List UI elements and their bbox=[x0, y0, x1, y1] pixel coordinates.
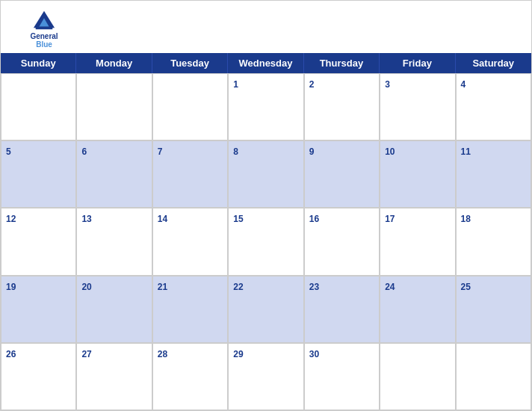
calendar-cell bbox=[380, 343, 455, 410]
calendar-cell: 27 bbox=[76, 343, 152, 410]
calendar-cell: 12 bbox=[1, 208, 76, 275]
calendar-cell: 15 bbox=[228, 208, 303, 275]
calendar-cell bbox=[1, 73, 76, 140]
logo-icon bbox=[30, 8, 58, 32]
calendar-cell: 14 bbox=[152, 208, 228, 275]
date-number: 29 bbox=[233, 349, 243, 359]
calendar-cell: 13 bbox=[76, 208, 152, 275]
date-number: 15 bbox=[233, 214, 243, 224]
calendar-cell: 8 bbox=[228, 140, 303, 208]
calendar-cell bbox=[152, 73, 228, 140]
date-number: 9 bbox=[309, 146, 315, 157]
date-number: 6 bbox=[81, 146, 87, 157]
calendar-cell: 22 bbox=[228, 276, 303, 343]
date-number: 14 bbox=[158, 214, 167, 224]
calendar-cell: 18 bbox=[456, 208, 531, 275]
calendar-cell: 17 bbox=[380, 208, 455, 275]
date-number: 4 bbox=[461, 79, 466, 90]
date-number: 30 bbox=[309, 349, 319, 359]
day-header-tuesday: Tuesday bbox=[152, 53, 228, 73]
date-number: 27 bbox=[81, 349, 91, 359]
date-number: 17 bbox=[385, 214, 395, 224]
calendar-week-1: 567891011 bbox=[1, 140, 531, 208]
calendar-cell bbox=[456, 343, 531, 410]
calendar-cell: 10 bbox=[380, 140, 455, 208]
calendar-cell: 21 bbox=[152, 276, 228, 343]
days-header: SundayMondayTuesdayWednesdayThursdayFrid… bbox=[1, 53, 531, 73]
calendar-cell: 23 bbox=[304, 276, 380, 343]
date-number: 12 bbox=[6, 214, 16, 224]
date-number: 8 bbox=[233, 146, 238, 157]
date-number: 23 bbox=[309, 282, 319, 292]
date-number: 18 bbox=[461, 214, 471, 224]
date-number: 26 bbox=[6, 349, 16, 359]
date-number: 19 bbox=[6, 282, 16, 292]
date-number: 21 bbox=[158, 282, 167, 292]
date-number: 11 bbox=[461, 146, 471, 157]
day-header-saturday: Saturday bbox=[456, 53, 531, 73]
calendar-cell: 25 bbox=[456, 276, 531, 343]
day-header-sunday: Sunday bbox=[1, 53, 76, 73]
calendar-cell: 11 bbox=[456, 140, 531, 208]
logo-text: GeneralBlue bbox=[30, 32, 58, 49]
calendar-header: GeneralBlue bbox=[1, 1, 531, 53]
calendar-cell: 16 bbox=[304, 208, 380, 275]
date-number: 1 bbox=[233, 79, 238, 90]
calendar-cell: 20 bbox=[76, 276, 152, 343]
logo: GeneralBlue bbox=[14, 8, 74, 49]
date-number: 2 bbox=[309, 79, 315, 90]
day-header-friday: Friday bbox=[380, 53, 455, 73]
calendar-cell: 30 bbox=[304, 343, 380, 410]
calendar-cell: 5 bbox=[1, 140, 76, 208]
calendar: GeneralBlue SundayMondayTuesdayWednesday… bbox=[0, 0, 532, 411]
calendar-week-4: 2627282930 bbox=[1, 343, 531, 410]
date-number: 10 bbox=[385, 146, 395, 157]
svg-rect-2 bbox=[36, 26, 53, 29]
calendar-cell: 19 bbox=[1, 276, 76, 343]
calendar-cell bbox=[76, 73, 152, 140]
day-header-wednesday: Wednesday bbox=[228, 53, 303, 73]
calendar-cell: 4 bbox=[456, 73, 531, 140]
calendar-cell: 29 bbox=[228, 343, 303, 410]
calendar-cell: 26 bbox=[1, 343, 76, 410]
calendar-cell: 9 bbox=[304, 140, 380, 208]
date-number: 24 bbox=[385, 282, 395, 292]
calendar-cell: 1 bbox=[228, 73, 303, 140]
calendar-cell: 28 bbox=[152, 343, 228, 410]
calendar-cell: 24 bbox=[380, 276, 455, 343]
calendar-week-0: 1234 bbox=[1, 73, 531, 140]
date-number: 3 bbox=[385, 79, 390, 90]
date-number: 25 bbox=[461, 282, 471, 292]
date-number: 5 bbox=[6, 146, 11, 157]
date-number: 22 bbox=[233, 282, 243, 292]
date-number: 28 bbox=[158, 349, 167, 359]
calendar-week-2: 12131415161718 bbox=[1, 208, 531, 275]
calendar-cell: 7 bbox=[152, 140, 228, 208]
date-number: 20 bbox=[81, 282, 91, 292]
calendar-cell: 3 bbox=[380, 73, 455, 140]
day-header-thursday: Thursday bbox=[304, 53, 380, 73]
date-number: 7 bbox=[158, 146, 163, 157]
calendar-cell: 2 bbox=[304, 73, 380, 140]
calendar-cell: 6 bbox=[76, 140, 152, 208]
day-header-monday: Monday bbox=[76, 53, 152, 73]
date-number: 16 bbox=[309, 214, 319, 224]
calendar-grid: 1234567891011121314151617181920212223242… bbox=[1, 73, 531, 410]
calendar-week-3: 19202122232425 bbox=[1, 276, 531, 343]
date-number: 13 bbox=[81, 214, 91, 224]
